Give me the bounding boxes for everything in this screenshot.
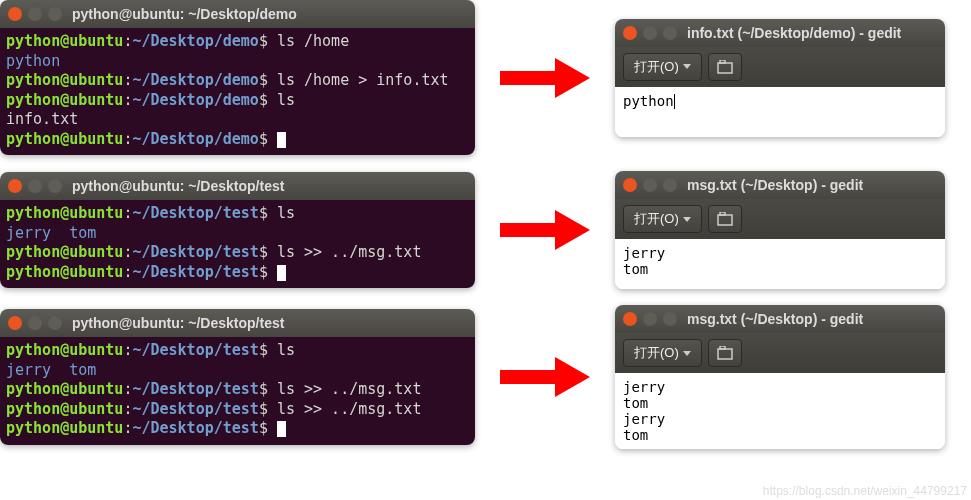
prompt-path: ~/Desktop/test	[132, 380, 258, 398]
svg-rect-3	[720, 60, 725, 63]
gedit-body[interactable]: jerry tom	[615, 239, 945, 289]
window-controls	[8, 179, 62, 193]
terminal-window-2: python@ubuntu: ~/Desktop/test python@ubu…	[0, 172, 475, 288]
window-controls	[623, 178, 677, 192]
new-tab-button[interactable]	[708, 53, 742, 81]
window-title: msg.txt (~/Desktop) - gedit	[687, 311, 863, 327]
terminal-line: python@ubuntu:~/Desktop/test$ ls >> ../m…	[6, 380, 469, 400]
prompt-symbol: $	[259, 263, 268, 281]
svg-rect-7	[720, 212, 725, 215]
close-icon[interactable]	[8, 316, 22, 330]
text-cursor	[674, 94, 675, 109]
prompt-path: ~/Desktop/demo	[132, 32, 258, 50]
close-icon[interactable]	[8, 7, 22, 21]
new-tab-icon	[717, 212, 733, 226]
minimize-icon[interactable]	[28, 316, 42, 330]
dropdown-icon	[683, 64, 691, 69]
terminal-titlebar: python@ubuntu: ~/Desktop/test	[0, 309, 475, 337]
minimize-icon[interactable]	[643, 312, 657, 326]
minimize-icon[interactable]	[643, 26, 657, 40]
maximize-icon[interactable]	[48, 316, 62, 330]
close-icon[interactable]	[8, 179, 22, 193]
output-text: jerry tom	[6, 361, 96, 379]
prompt-user: python@ubuntu	[6, 380, 123, 398]
terminal-window-1: python@ubuntu: ~/Desktop/demo python@ubu…	[0, 0, 475, 155]
command-text: ls >> ../msg.txt	[268, 380, 422, 398]
svg-rect-10	[718, 349, 732, 359]
prompt-symbol: $	[259, 71, 268, 89]
close-icon[interactable]	[623, 178, 637, 192]
window-controls	[8, 7, 62, 21]
maximize-icon[interactable]	[663, 178, 677, 192]
maximize-icon[interactable]	[663, 312, 677, 326]
terminal-line: python@ubuntu:~/Desktop/demo$ ls	[6, 91, 469, 111]
watermark: https://blog.csdn.net/weixin_44799217	[763, 484, 967, 498]
window-controls	[8, 316, 62, 330]
gedit-titlebar: info.txt (~/Desktop/demo) - gedit	[615, 19, 945, 47]
prompt-symbol: $	[259, 243, 268, 261]
svg-rect-2	[718, 63, 732, 73]
output-text: python	[6, 52, 60, 70]
maximize-icon[interactable]	[48, 179, 62, 193]
terminal-line: python@ubuntu:~/Desktop/test$	[6, 263, 469, 283]
prompt-user: python@ubuntu	[6, 32, 123, 50]
prompt-path: ~/Desktop/test	[132, 263, 258, 281]
close-icon[interactable]	[623, 312, 637, 326]
gedit-window-1: info.txt (~/Desktop/demo) - gedit 打开(O) …	[615, 19, 945, 137]
maximize-icon[interactable]	[663, 26, 677, 40]
arrow-icon	[500, 357, 590, 397]
terminal-line: python@ubuntu:~/Desktop/test$	[6, 419, 469, 439]
gedit-titlebar: msg.txt (~/Desktop) - gedit	[615, 305, 945, 333]
minimize-icon[interactable]	[28, 179, 42, 193]
open-button[interactable]: 打开(O)	[623, 339, 702, 367]
minimize-icon[interactable]	[643, 178, 657, 192]
gedit-window-3: msg.txt (~/Desktop) - gedit 打开(O) jerry …	[615, 305, 945, 449]
svg-rect-6	[718, 215, 732, 225]
prompt-path: ~/Desktop/test	[132, 400, 258, 418]
gedit-titlebar: msg.txt (~/Desktop) - gedit	[615, 171, 945, 199]
window-title: msg.txt (~/Desktop) - gedit	[687, 177, 863, 193]
gedit-content: jerry tom jerry tom	[623, 379, 665, 443]
prompt-user: python@ubuntu	[6, 263, 123, 281]
terminal-body[interactable]: python@ubuntu:~/Desktop/test$ lsjerry to…	[0, 200, 475, 288]
terminal-line: python@ubuntu:~/Desktop/test$ ls >> ../m…	[6, 400, 469, 420]
window-title: python@ubuntu: ~/Desktop/test	[72, 315, 284, 331]
window-title: python@ubuntu: ~/Desktop/test	[72, 178, 284, 194]
command-text: ls >> ../msg.txt	[268, 243, 422, 261]
minimize-icon[interactable]	[28, 7, 42, 21]
prompt-user: python@ubuntu	[6, 71, 123, 89]
open-label: 打开(O)	[634, 344, 679, 362]
new-tab-button[interactable]	[708, 339, 742, 367]
terminal-body[interactable]: python@ubuntu:~/Desktop/test$ lsjerry to…	[0, 337, 475, 445]
terminal-line: info.txt	[6, 110, 469, 130]
maximize-icon[interactable]	[48, 7, 62, 21]
prompt-user: python@ubuntu	[6, 341, 123, 359]
dropdown-icon	[683, 217, 691, 222]
arrow-icon	[500, 58, 590, 98]
open-button[interactable]: 打开(O)	[623, 53, 702, 81]
prompt-path: ~/Desktop/demo	[132, 71, 258, 89]
gedit-toolbar: 打开(O)	[615, 199, 945, 239]
prompt-symbol: $	[259, 400, 268, 418]
open-label: 打开(O)	[634, 210, 679, 228]
prompt-user: python@ubuntu	[6, 243, 123, 261]
terminal-line: python@ubuntu:~/Desktop/test$ ls	[6, 341, 469, 361]
svg-marker-9	[555, 357, 590, 397]
gedit-body[interactable]: jerry tom jerry tom	[615, 373, 945, 449]
command-text: ls	[268, 91, 295, 109]
window-title: info.txt (~/Desktop/demo) - gedit	[687, 25, 901, 41]
new-tab-button[interactable]	[708, 205, 742, 233]
prompt-symbol: $	[259, 32, 268, 50]
prompt-path: ~/Desktop/test	[132, 204, 258, 222]
prompt-symbol: $	[259, 130, 268, 148]
command-text: ls >> ../msg.txt	[268, 400, 422, 418]
prompt-user: python@ubuntu	[6, 204, 123, 222]
terminal-body[interactable]: python@ubuntu:~/Desktop/demo$ ls /homepy…	[0, 28, 475, 155]
close-icon[interactable]	[623, 26, 637, 40]
gedit-window-2: msg.txt (~/Desktop) - gedit 打开(O) jerry …	[615, 171, 945, 289]
window-controls	[623, 26, 677, 40]
prompt-path: ~/Desktop/test	[132, 419, 258, 437]
open-button[interactable]: 打开(O)	[623, 205, 702, 233]
gedit-body[interactable]: python	[615, 87, 945, 137]
prompt-path: ~/Desktop/test	[132, 243, 258, 261]
